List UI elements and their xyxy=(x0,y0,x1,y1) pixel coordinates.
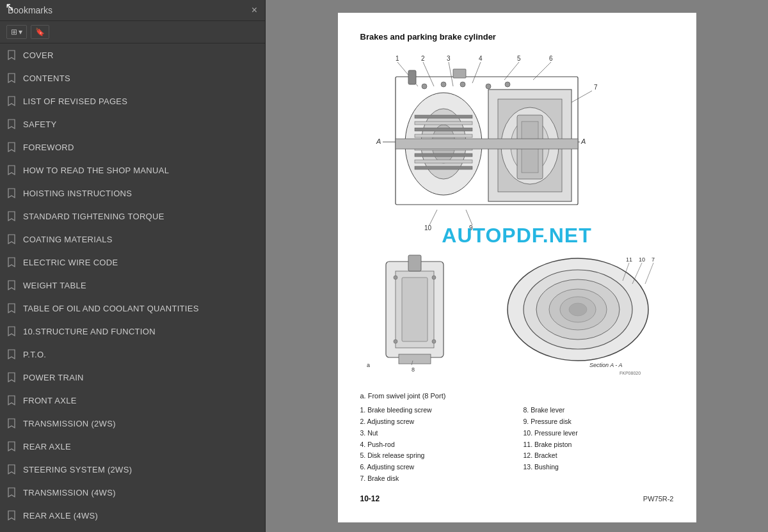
svg-rect-25 xyxy=(415,128,472,131)
bookmark-button[interactable]: 🔖 xyxy=(31,25,49,39)
bookmark-label: WEIGHT TABLE xyxy=(23,281,86,290)
svg-text:A: A xyxy=(376,137,381,145)
sidebar-title: Bookmarks xyxy=(8,5,52,15)
svg-text:11: 11 xyxy=(626,256,632,263)
bookmark-item-front-axle[interactable]: FRONT AXLE xyxy=(0,389,265,412)
bookmark-label: COATING MATERIALS xyxy=(23,235,113,244)
bookmark-item-rear-axle[interactable]: REAR AXLE xyxy=(0,435,265,458)
svg-rect-44 xyxy=(396,139,578,149)
svg-rect-24 xyxy=(415,121,472,125)
bookmark-item-coating[interactable]: COATING MATERIALS xyxy=(0,228,265,251)
page-document: Brakes and parking brake cylinder 1 2 3 … xyxy=(338,13,696,522)
svg-text:8: 8 xyxy=(412,366,415,373)
svg-text:10: 10 xyxy=(639,256,645,263)
bookmark-flag-icon xyxy=(6,187,17,199)
bookmark-item-weight-table[interactable]: WEIGHT TABLE xyxy=(0,274,265,297)
content-area: Brakes and parking brake cylinder 1 2 3 … xyxy=(266,0,768,532)
bookmark-flag-icon xyxy=(6,302,17,314)
layout-button[interactable]: ⊞ ▾ xyxy=(6,25,27,39)
sidebar-toolbar: ⊞ ▾ 🔖 xyxy=(0,21,265,43)
bottom-right-cross-section: 11 10 7 Section A - A FKP08020 xyxy=(495,249,674,379)
bookmark-item-transmission-4ws[interactable]: TRANSMISSION (4WS) xyxy=(0,481,265,504)
bookmark-flag-icon xyxy=(6,256,17,268)
legend-item: 12. Bracket xyxy=(524,450,674,462)
bookmark-item-list-revised[interactable]: LIST OF REVISED PAGES xyxy=(0,90,265,113)
legend-item: 9. Pressure disk xyxy=(524,416,674,428)
bookmark-list[interactable]: COVER CONTENTS LIST OF REVISED PAGES S xyxy=(0,43,265,532)
bookmark-item-oil-coolant[interactable]: TABLE OF OIL AND COOLANT QUANTITIES xyxy=(0,297,265,320)
bookmark-item-electric-wire[interactable]: ELECTRIC WIRE CODE xyxy=(0,251,265,274)
bookmark-label: HOW TO READ THE SHOP MANUAL xyxy=(23,166,169,175)
bookmark-flag-icon xyxy=(6,141,17,153)
bookmark-item-structure[interactable]: 10.STRUCTURE AND FUNCTION xyxy=(0,320,265,343)
svg-text:9: 9 xyxy=(469,224,473,231)
svg-point-55 xyxy=(394,276,397,279)
bookmark-flag-icon xyxy=(6,233,17,245)
sidebar-close-button[interactable]: × xyxy=(252,5,257,15)
bookmark-label: P.T.O. xyxy=(23,350,46,359)
bookmark-flag-icon xyxy=(6,164,17,176)
legend-item: 13. Bushing xyxy=(524,462,674,473)
svg-text:1: 1 xyxy=(396,55,399,62)
svg-point-69 xyxy=(569,303,587,316)
bookmark-label: STANDARD TIGHTENING TORQUE xyxy=(23,212,164,221)
bookmark-flag-icon xyxy=(6,118,17,130)
bookmark-flag-icon xyxy=(6,72,17,84)
bookmark-item-hoisting[interactable]: HOISTING INSTRUCTIONS xyxy=(0,182,265,205)
bookmark-item-how-to-read[interactable]: HOW TO READ THE SHOP MANUAL xyxy=(0,159,265,182)
svg-rect-59 xyxy=(399,354,431,364)
layout-dropdown-icon: ▾ xyxy=(19,27,22,36)
bookmark-flag-icon xyxy=(6,210,17,222)
bookmark-item-power-train[interactable]: POWER TRAIN xyxy=(0,366,265,389)
svg-rect-26 xyxy=(415,134,472,137)
bookmark-item-pto[interactable]: P.T.O. xyxy=(0,343,265,366)
bookmark-label: STEERING SYSTEM (2WS) xyxy=(23,465,132,474)
bookmark-flag-icon xyxy=(6,279,17,291)
legend-item: 6. Adjusting screw xyxy=(360,462,511,473)
bookmark-label: FRONT AXLE xyxy=(23,396,77,405)
model-label: PW75R-2 xyxy=(643,495,674,503)
bookmark-icon: 🔖 xyxy=(35,27,45,36)
legend-grid: 1. Brake bleeding screw2. Adjusting scre… xyxy=(360,405,674,485)
bookmark-label: REAR AXLE xyxy=(23,442,71,451)
svg-point-58 xyxy=(432,340,436,343)
legend-item: 5. Disk release spring xyxy=(360,450,511,462)
svg-rect-43 xyxy=(408,70,416,84)
legend-left-col: 1. Brake bleeding screw2. Adjusting scre… xyxy=(360,405,511,485)
svg-text:Section A - A: Section A - A xyxy=(589,362,623,368)
bookmark-item-rear-axle-4ws[interactable]: REAR AXLE (4WS) xyxy=(0,504,265,527)
bookmark-label: HOISTING INSTRUCTIONS xyxy=(23,189,132,198)
legend-item: 10. Pressure lever xyxy=(524,428,674,439)
bookmark-label: 10.STRUCTURE AND FUNCTION xyxy=(23,327,156,336)
bookmark-label: FOREWORD xyxy=(23,143,74,152)
main-diagram: 1 2 3 4 5 6 7 xyxy=(360,51,674,239)
bookmark-flag-icon xyxy=(6,395,17,406)
bookmark-item-transmission-2ws[interactable]: TRANSMISSION (2WS) xyxy=(0,412,265,435)
bookmark-flag-icon xyxy=(6,49,17,61)
from-swivel-label: a. From swivel joint (8 Port) xyxy=(360,392,674,400)
bookmark-flag-icon xyxy=(6,325,17,337)
layout-icon: ⊞ xyxy=(11,27,17,36)
bookmark-item-safety[interactable]: SAFETY xyxy=(0,113,265,136)
svg-text:6: 6 xyxy=(549,55,553,62)
svg-text:2: 2 xyxy=(421,55,425,62)
svg-text:A: A xyxy=(580,137,586,145)
sidebar-header: Bookmarks × xyxy=(0,0,265,21)
bottom-left-diagram: a 8 xyxy=(360,249,488,379)
bookmark-item-contents[interactable]: CONTENTS xyxy=(0,66,265,90)
bookmark-item-foreword[interactable]: FOREWORD xyxy=(0,136,265,159)
svg-text:a: a xyxy=(367,362,370,368)
legend-item: 2. Adjusting screw xyxy=(360,416,511,428)
svg-rect-54 xyxy=(408,255,421,271)
bookmark-flag-icon xyxy=(6,487,17,498)
bookmark-item-std-torque[interactable]: STANDARD TIGHTENING TORQUE xyxy=(0,205,265,228)
bookmark-label: COVER xyxy=(23,51,54,60)
svg-point-40 xyxy=(460,82,465,87)
bookmark-item-cover[interactable]: COVER xyxy=(0,43,265,66)
bookmark-item-steering-2ws[interactable]: STEERING SYSTEM (2WS) xyxy=(0,458,265,481)
legend-item: 11. Brake piston xyxy=(524,439,674,451)
svg-text:5: 5 xyxy=(517,55,521,62)
bookmark-label: TRANSMISSION (4WS) xyxy=(23,488,116,497)
bookmark-flag-icon xyxy=(6,464,17,475)
svg-rect-30 xyxy=(415,160,472,163)
